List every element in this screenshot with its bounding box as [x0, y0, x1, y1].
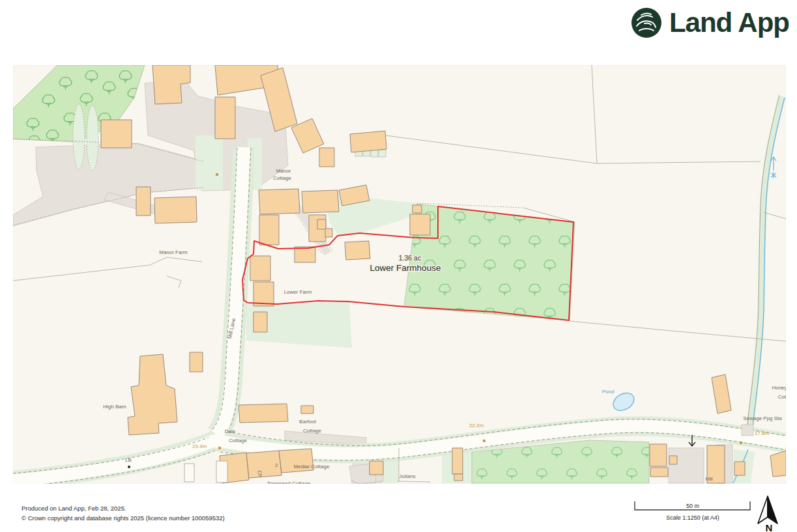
map-label: High Barn: [103, 404, 126, 410]
landapp-logo: Land App: [630, 7, 789, 39]
north-arrow-icon: N: [753, 495, 782, 532]
map-label: Honey: [772, 385, 786, 391]
map-label: 17.8m: [755, 430, 770, 436]
map-label: Cottage: [273, 175, 292, 181]
map-label: 23.4m: [192, 443, 207, 449]
road-node-dot: [740, 441, 742, 444]
road-node-dot: [216, 173, 218, 176]
map-label: 2: [275, 462, 278, 468]
map-label: Pond: [602, 389, 615, 395]
map: ManorCottageManor FarmLower Farm1.36 acL…: [13, 65, 786, 484]
scale-bar: 50 m Scale 1:1250 (at A4): [633, 500, 752, 521]
yard-surface: [669, 448, 704, 483]
verge-patch: [196, 135, 223, 190]
road-node-dot: [218, 447, 221, 449]
sewage-station-building: [742, 425, 753, 436]
scale-distance-label: 50 m: [686, 503, 699, 509]
map-label: LB: [125, 457, 132, 463]
map-label: Sewage Ppg Sta: [743, 415, 782, 421]
map-label: Barfoot: [299, 419, 317, 425]
map-label: 22.2m: [469, 423, 484, 428]
hedge-strip: [87, 105, 98, 171]
scale-note: Scale 1:1250 (at A4): [633, 514, 752, 521]
hedge-strip: [73, 104, 85, 169]
map-label: Hill: [705, 476, 712, 482]
landapp-logo-icon: [630, 7, 663, 39]
page: Land App: [0, 0, 797, 532]
map-label: Manor: [276, 168, 291, 174]
map-label: Cottage: [229, 438, 248, 443]
map-canvas: ManorCottageManor FarmLower Farm1.36 acL…: [13, 65, 786, 484]
map-label: Julians: [399, 473, 416, 479]
map-label: 1.36 ac: [399, 254, 421, 262]
landapp-logo-text: Land App: [669, 9, 789, 36]
letterbox-dot: [128, 466, 130, 468]
map-label: Cottage: [303, 428, 322, 434]
map-label: Cott: [778, 394, 786, 400]
map-label: Townsend Cottage: [267, 481, 311, 484]
map-label: Dale: [225, 428, 236, 434]
map-label: Lower Farm: [284, 289, 312, 295]
scale-bar-graphic: 50 m: [633, 500, 752, 511]
map-label: Lower Farmhouse: [370, 263, 441, 273]
road-node-dot: [483, 440, 485, 442]
map-label: Medlar Cottage: [294, 464, 330, 469]
map-label: Manor Farm: [159, 249, 188, 255]
north-arrow: N: [753, 495, 782, 532]
north-label: N: [766, 522, 773, 532]
attribution-line-1: Produced on Land App, Feb 28, 2025.: [22, 503, 225, 513]
attribution-line-2: © Crown copyright and database rights 20…: [22, 513, 225, 523]
map-attribution: Produced on Land App, Feb 28, 2025. © Cr…: [22, 503, 225, 523]
